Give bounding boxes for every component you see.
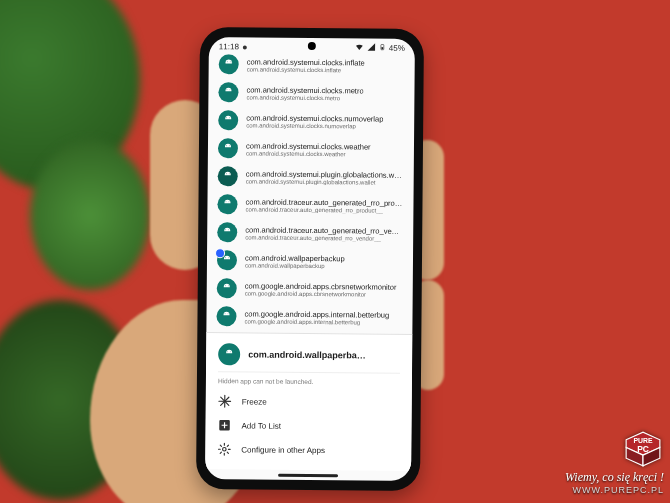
svg-point-11 bbox=[229, 173, 230, 174]
clock: 11:18 bbox=[219, 42, 239, 51]
app-package: com.android.systemui.clocks.weather bbox=[246, 150, 371, 157]
action-add-to-list[interactable]: Add To List bbox=[217, 413, 399, 439]
app-list-item[interactable]: com.android.systemui.clocks.metro com.an… bbox=[208, 78, 414, 108]
svg-point-18 bbox=[225, 285, 226, 286]
selected-app-header[interactable]: com.android.wallpaperba… bbox=[218, 339, 400, 374]
android-icon bbox=[217, 250, 237, 270]
app-list-item[interactable]: com.google.android.apps.cbrsnetworkmonit… bbox=[207, 274, 413, 304]
bottom-sheet: com.android.wallpaperba… Hidden app can … bbox=[205, 332, 412, 471]
svg-point-15 bbox=[228, 229, 229, 230]
android-icon bbox=[219, 54, 239, 74]
svg-point-13 bbox=[229, 201, 230, 202]
app-list-item[interactable]: com.android.systemui.clocks.inflate com.… bbox=[209, 54, 415, 80]
app-package: com.android.traceur.auto_generated_rro_v… bbox=[245, 234, 403, 241]
svg-point-12 bbox=[226, 201, 227, 202]
app-list-item[interactable]: com.android.traceur.auto_generated_rro_v… bbox=[207, 218, 413, 248]
watermark-url: WWW.PUREPC.PL bbox=[565, 485, 664, 495]
app-list-item[interactable]: com.android.wallpaperbackup com.android.… bbox=[207, 246, 413, 276]
action-configure[interactable]: Configure in other Apps bbox=[217, 437, 399, 463]
app-package: com.android.systemui.clocks.metro bbox=[246, 94, 363, 101]
app-list-item[interactable]: com.android.systemui.plugin.globalaction… bbox=[208, 162, 414, 192]
app-package: com.android.systemui.clocks.numoverlap bbox=[246, 122, 383, 129]
watermark-text: Wiemy, co się kręci ! WWW.PUREPC.PL bbox=[565, 470, 664, 495]
android-icon bbox=[218, 138, 238, 158]
app-list[interactable]: com.android.systemui.clocks.inflate com.… bbox=[206, 54, 414, 334]
wifi-icon bbox=[355, 42, 364, 53]
notification-dot-icon bbox=[243, 45, 247, 49]
android-icon bbox=[217, 278, 237, 298]
android-icon bbox=[217, 194, 237, 214]
svg-point-31 bbox=[223, 447, 227, 451]
hint-text: Hidden app can not be launched. bbox=[218, 372, 400, 391]
app-package: com.android.systemui.plugin.globalaction… bbox=[246, 178, 404, 185]
app-list-item[interactable]: com.google.android.apps.internal.betterb… bbox=[206, 302, 412, 332]
app-list-item[interactable]: com.android.traceur.auto_generated_rro_p… bbox=[207, 190, 413, 220]
svg-point-8 bbox=[226, 145, 227, 146]
svg-point-22 bbox=[227, 351, 228, 352]
svg-point-6 bbox=[226, 117, 227, 118]
nav-pill-icon bbox=[278, 473, 338, 477]
app-package: com.android.traceur.auto_generated_rro_p… bbox=[245, 206, 403, 213]
app-package: com.google.android.apps.internal.betterb… bbox=[244, 318, 389, 325]
svg-rect-1 bbox=[381, 47, 383, 49]
android-icon bbox=[218, 343, 240, 365]
android-icon bbox=[218, 166, 238, 186]
svg-point-3 bbox=[230, 61, 231, 62]
phone-screen: 11:18 45% bbox=[205, 37, 415, 481]
svg-point-10 bbox=[226, 173, 227, 174]
gear-icon bbox=[217, 442, 231, 456]
action-label: Freeze bbox=[242, 397, 267, 406]
svg-point-16 bbox=[225, 257, 226, 258]
app-package: com.android.systemui.clocks.inflate bbox=[247, 66, 365, 73]
badge-icon bbox=[215, 248, 225, 258]
plant-leaf bbox=[30, 140, 150, 290]
android-icon bbox=[218, 110, 238, 130]
svg-point-9 bbox=[229, 145, 230, 146]
android-icon bbox=[216, 306, 236, 326]
svg-point-21 bbox=[228, 313, 229, 314]
gesture-nav-bar[interactable] bbox=[205, 469, 411, 481]
svg-point-20 bbox=[225, 313, 226, 314]
svg-point-17 bbox=[228, 257, 229, 258]
battery-icon bbox=[379, 43, 386, 54]
svg-point-2 bbox=[227, 61, 228, 62]
snowflake-icon bbox=[218, 394, 232, 408]
brand-bottom: PC bbox=[637, 444, 649, 454]
svg-point-23 bbox=[230, 351, 231, 352]
selected-app-title: com.android.wallpaperba… bbox=[248, 349, 366, 360]
watermark-logo: PURE PC bbox=[620, 429, 666, 469]
android-icon bbox=[218, 82, 238, 102]
action-label: Add To List bbox=[242, 421, 282, 430]
camera-punch-hole bbox=[308, 42, 316, 50]
svg-point-19 bbox=[228, 285, 229, 286]
svg-point-14 bbox=[225, 229, 226, 230]
battery-percent: 45% bbox=[389, 44, 405, 53]
app-package: com.android.wallpaperbackup bbox=[245, 262, 345, 269]
svg-point-7 bbox=[229, 117, 230, 118]
signal-icon bbox=[367, 42, 376, 53]
phone-frame: 11:18 45% bbox=[196, 27, 424, 491]
app-list-item[interactable]: com.android.systemui.clocks.numoverlap c… bbox=[208, 106, 414, 136]
android-icon bbox=[217, 222, 237, 242]
action-freeze[interactable]: Freeze bbox=[218, 389, 400, 415]
app-package: com.google.android.apps.cbrsnetworkmonit… bbox=[245, 290, 397, 297]
app-list-item[interactable]: com.android.systemui.clocks.weather com.… bbox=[208, 134, 414, 164]
watermark-slogan: Wiemy, co się kręci ! bbox=[565, 470, 664, 485]
svg-point-5 bbox=[230, 89, 231, 90]
brand-top: PURE bbox=[633, 437, 653, 444]
plus-box-icon bbox=[217, 418, 231, 432]
action-label: Configure in other Apps bbox=[241, 445, 325, 455]
svg-point-4 bbox=[227, 89, 228, 90]
